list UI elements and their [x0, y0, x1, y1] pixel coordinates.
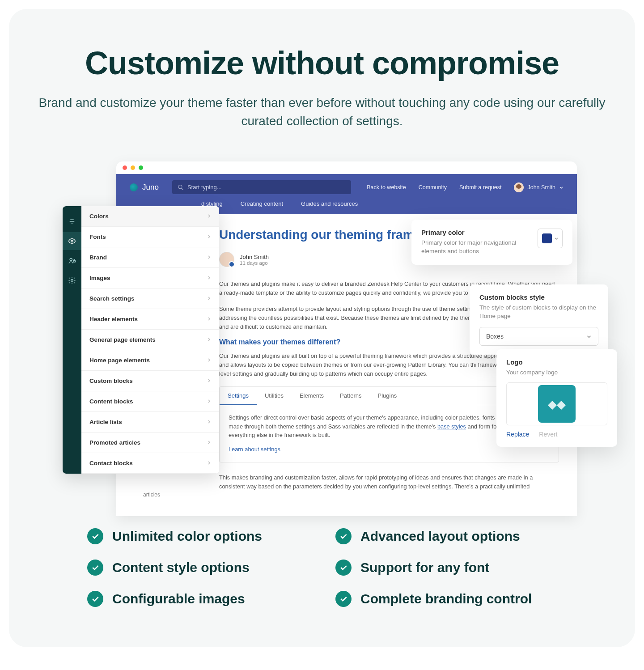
custom-blocks-desc: The style of custom blocks to display on… [479, 304, 598, 321]
chevron-down-icon [586, 334, 592, 339]
chevron-right-icon [207, 377, 211, 384]
tab-plugins[interactable]: Plugins [370, 387, 405, 405]
window-title-bar [116, 161, 577, 174]
category-row[interactable]: Header elements [81, 309, 219, 330]
user-avatar-icon [514, 182, 524, 192]
chevron-right-icon [207, 316, 211, 322]
nav-tab-creating-content[interactable]: Creating content [241, 200, 283, 207]
app-brand-name: Juno [142, 183, 159, 192]
rail-users-button[interactable] [63, 252, 81, 270]
category-row[interactable]: Custom blocks [81, 371, 219, 391]
svg-point-8 [71, 280, 73, 282]
sidebar-hint-text: articles [143, 492, 160, 498]
chevron-right-icon [207, 419, 211, 425]
svg-rect-7 [73, 260, 76, 262]
chevron-right-icon [207, 213, 211, 220]
category-label: Contact blocks [89, 460, 133, 466]
custom-blocks-select[interactable]: Boxes [479, 327, 598, 346]
hero-subtitle: Brand and customize your theme faster th… [36, 94, 608, 130]
rail-menu-button[interactable] [63, 212, 81, 230]
category-label: General page elements [89, 336, 156, 343]
link-learn-about-settings[interactable]: Learn about settings [229, 445, 280, 454]
category-row[interactable]: Fonts [81, 227, 219, 247]
category-row[interactable]: Search settings [81, 288, 219, 309]
category-row[interactable]: Home page elements [81, 350, 219, 371]
window-max-dot [139, 165, 143, 170]
link-back-to-website[interactable]: Back to website [367, 184, 406, 191]
editor-rail [63, 206, 81, 474]
link-community[interactable]: Community [419, 184, 447, 191]
category-label: Article lists [89, 419, 122, 425]
theme-editor-panel: ColorsFontsBrandImagesSearch settingsHea… [63, 206, 219, 474]
tab-settings[interactable]: Settings [220, 387, 257, 405]
category-row[interactable]: Article lists [81, 412, 219, 433]
svg-point-5 [71, 240, 73, 242]
eye-icon [68, 237, 76, 245]
logo-revert-link[interactable]: Revert [539, 431, 557, 438]
svg-point-0 [178, 185, 182, 188]
author-avatar [219, 252, 234, 267]
logo-preview [506, 382, 607, 425]
menu-icon [68, 217, 76, 225]
rail-settings-button[interactable] [63, 271, 81, 289]
logo-replace-link[interactable]: Replace [506, 431, 529, 438]
category-row[interactable]: Promoted articles [81, 433, 219, 453]
custom-blocks-title: Custom blocks style [479, 293, 598, 301]
hero-title: Customize without compromise [36, 45, 608, 81]
category-label: Search settings [89, 295, 135, 302]
search-placeholder: Start typing... [187, 184, 222, 191]
chevron-right-icon [207, 233, 211, 240]
chevron-right-icon [207, 357, 211, 364]
chevron-down-icon [554, 236, 559, 241]
tab-elements[interactable]: Elements [292, 387, 332, 405]
feature-item: Complete branding control [335, 591, 557, 607]
logo-desc: Your company logo [506, 369, 607, 377]
user-menu[interactable]: John Smith [514, 182, 564, 192]
feature-item: Advanced layout options [335, 528, 557, 544]
rail-preview-button[interactable] [63, 232, 81, 250]
category-row[interactable]: General page elements [81, 330, 219, 350]
color-picker-button[interactable] [538, 229, 563, 248]
gear-icon [68, 276, 76, 284]
chevron-right-icon [207, 254, 211, 261]
link-submit-request[interactable]: Submit a request [459, 184, 502, 191]
chevron-right-icon [207, 295, 211, 302]
feature-item: Support for any font [335, 560, 557, 576]
editor-category-list: ColorsFontsBrandImagesSearch settingsHea… [81, 206, 219, 474]
app-logo-icon [130, 183, 138, 191]
category-row[interactable]: Content blocks [81, 391, 219, 412]
logo-mark-icon [546, 397, 568, 411]
feature-label: Configurable images [112, 591, 245, 606]
link-base-styles[interactable]: base styles [437, 423, 466, 430]
window-min-dot [131, 165, 135, 170]
primary-color-title: Primary color [421, 229, 530, 236]
chevron-right-icon [207, 336, 211, 343]
category-label: Colors [89, 213, 109, 220]
category-row[interactable]: Contact blocks [81, 453, 219, 474]
app-brand[interactable]: Juno [130, 183, 159, 192]
nav-tab-guides[interactable]: Guides and resources [301, 200, 358, 207]
feature-label: Unlimited color options [112, 529, 262, 544]
check-icon [87, 560, 103, 576]
feature-label: Content style options [112, 560, 250, 575]
users-lock-icon [68, 257, 76, 265]
tab-patterns[interactable]: Patterns [332, 387, 369, 405]
window-close-dot [123, 165, 127, 170]
category-row[interactable]: Images [81, 268, 219, 288]
features-grid: Unlimited color optionsAdvanced layout o… [87, 528, 557, 607]
search-input[interactable]: Start typing... [172, 180, 351, 194]
verified-badge-icon [229, 261, 235, 267]
search-icon [178, 184, 184, 191]
category-label: Home page elements [89, 357, 150, 364]
category-label: Brand [89, 254, 107, 261]
svg-point-6 [70, 259, 72, 261]
category-row[interactable]: Colors [81, 206, 219, 227]
feature-label: Support for any font [360, 560, 489, 575]
category-row[interactable]: Brand [81, 247, 219, 268]
category-label: Custom blocks [89, 377, 133, 384]
primary-color-desc: Primary color for major navigational ele… [421, 239, 530, 256]
select-value: Boxes [486, 333, 504, 340]
chevron-down-icon [559, 185, 564, 190]
tab-utilities[interactable]: Utilities [257, 387, 292, 405]
feature-label: Advanced layout options [360, 529, 520, 544]
